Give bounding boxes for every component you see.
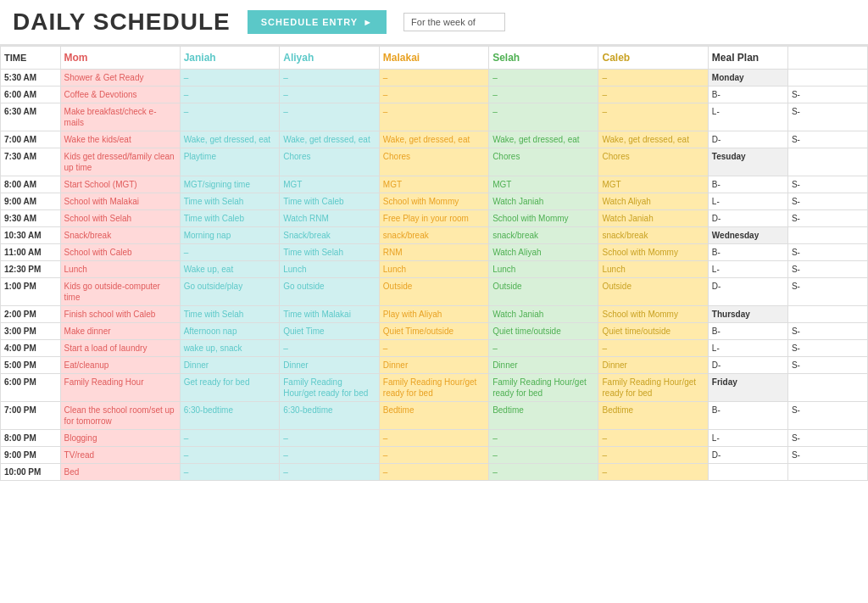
selah-cell: – [489, 447, 598, 464]
aliyah-cell: Snack/break [280, 227, 380, 244]
janiah-cell: wake up, snack [180, 340, 280, 357]
page-header: DAILY SCHEDULE SCHEDULE ENTRY ► For the … [0, 0, 868, 46]
mom-cell: Snack/break [60, 227, 180, 244]
malakai-cell: Wake, get dressed, eat [379, 131, 488, 148]
meal-cell: B- [708, 87, 787, 103]
col-header-time: TIME [1, 47, 61, 70]
extra-cell [787, 306, 867, 323]
aliyah-cell: MGT [280, 176, 380, 193]
malakai-cell: School with Mommy [379, 193, 488, 210]
aliyah-cell: Dinner [280, 357, 380, 374]
mom-cell: Finish school with Caleb [60, 306, 180, 323]
malakai-cell: Free Play in your room [379, 210, 488, 227]
table-row: 9:30 AMSchool with SelahTime with CalebW… [1, 210, 868, 227]
table-row: 10:30 AMSnack/breakMorning napSnack/brea… [1, 227, 868, 244]
aliyah-cell: Time with Caleb [280, 193, 380, 210]
time-cell: 5:00 PM [1, 357, 61, 374]
meal-cell: Thursday [708, 306, 787, 323]
mom-cell: Eat/cleanup [60, 357, 180, 374]
mom-cell: Family Reading Hour [60, 374, 180, 402]
aliyah-cell: Chores [280, 148, 380, 176]
col-header-malakai: Malakai [379, 47, 488, 70]
caleb-cell: – [598, 87, 708, 103]
table-row: 8:00 PMBlogging–––––L-S- [1, 430, 868, 447]
mom-cell: Lunch [60, 261, 180, 278]
meal-cell: Tesuday [708, 148, 787, 176]
selah-cell: Dinner [489, 357, 598, 374]
extra-cell: S- [787, 210, 867, 227]
malakai-cell: – [379, 430, 488, 447]
malakai-cell: – [379, 70, 488, 87]
malakai-cell: – [379, 87, 488, 103]
selah-cell: – [489, 340, 598, 357]
meal-cell: Wednesday [708, 227, 787, 244]
janiah-cell: – [180, 447, 280, 464]
extra-cell: S- [787, 176, 867, 193]
time-cell: 10:30 AM [1, 227, 61, 244]
table-header-row: TIME Mom Janiah Aliyah Malakai Selah Cal… [1, 47, 868, 70]
table-row: 8:00 AMStart School (MGT)MGT/signing tim… [1, 176, 868, 193]
malakai-cell: Dinner [379, 357, 488, 374]
selah-cell: Wake, get dressed, eat [489, 131, 598, 148]
extra-cell [787, 374, 867, 402]
meal-cell: Monday [708, 70, 787, 87]
mom-cell: Wake the kids/eat [60, 131, 180, 148]
mom-cell: School with Caleb [60, 244, 180, 261]
mom-cell: Blogging [60, 430, 180, 447]
col-header-janiah: Janiah [180, 47, 280, 70]
schedule-entry-button[interactable]: SCHEDULE ENTRY ► [248, 10, 387, 34]
selah-cell: snack/break [489, 227, 598, 244]
table-row: 1:00 PMKids go outside-computer timeGo o… [1, 278, 868, 306]
extra-cell: S- [787, 244, 867, 261]
caleb-cell: Bedtime [598, 402, 708, 430]
mom-cell: Kids go outside-computer time [60, 278, 180, 306]
malakai-cell: Lunch [379, 261, 488, 278]
selah-cell: – [489, 464, 598, 481]
caleb-cell: Dinner [598, 357, 708, 374]
caleb-cell: Lunch [598, 261, 708, 278]
janiah-cell: 6:30-bedtime [180, 402, 280, 430]
meal-cell: B- [708, 323, 787, 340]
janiah-cell: Dinner [180, 357, 280, 374]
janiah-cell: Get ready for bed [180, 374, 280, 402]
table-row: 9:00 AMSchool with MalakaiTime with Sela… [1, 193, 868, 210]
janiah-cell: MGT/signing time [180, 176, 280, 193]
mom-cell: Kids get dressed/family clean up time [60, 148, 180, 176]
malakai-cell: Bedtime [379, 402, 488, 430]
table-row: 7:30 AMKids get dressed/family clean up … [1, 148, 868, 176]
table-row: 2:00 PMFinish school with CalebTime with… [1, 306, 868, 323]
selah-cell: Chores [489, 148, 598, 176]
caleb-cell: Watch Aliyah [598, 193, 708, 210]
selah-cell: – [489, 430, 598, 447]
janiah-cell: Afternoon nap [180, 323, 280, 340]
janiah-cell: – [180, 87, 280, 103]
extra-cell: S- [787, 193, 867, 210]
aliyah-cell: Family Reading Hour/get ready for bed [280, 374, 380, 402]
page-title: DAILY SCHEDULE [13, 8, 231, 36]
meal-cell: D- [708, 447, 787, 464]
table-row: 4:00 PMStart a load of laundrywake up, s… [1, 340, 868, 357]
janiah-cell: Wake up, eat [180, 261, 280, 278]
meal-cell: D- [708, 278, 787, 306]
table-row: 6:30 AMMake breakfast/check e-mails–––––… [1, 103, 868, 131]
time-cell: 7:00 PM [1, 402, 61, 430]
extra-cell: S- [787, 87, 867, 103]
extra-cell: S- [787, 261, 867, 278]
malakai-cell: Family Reading Hour/get ready for bed [379, 374, 488, 402]
extra-cell: S- [787, 447, 867, 464]
caleb-cell: – [598, 430, 708, 447]
time-cell: 7:30 AM [1, 148, 61, 176]
time-cell: 7:00 AM [1, 131, 61, 148]
extra-cell: S- [787, 430, 867, 447]
selah-cell: – [489, 70, 598, 87]
time-cell: 6:30 AM [1, 103, 61, 131]
extra-cell [787, 464, 867, 481]
meal-cell: L- [708, 103, 787, 131]
aliyah-cell: Time with Selah [280, 244, 380, 261]
col-header-aliyah: Aliyah [280, 47, 380, 70]
janiah-cell: – [180, 430, 280, 447]
col-header-caleb: Caleb [598, 47, 708, 70]
malakai-cell: Quiet Time/outside [379, 323, 488, 340]
schedule-table: TIME Mom Janiah Aliyah Malakai Selah Cal… [0, 46, 868, 481]
extra-cell: S- [787, 103, 867, 131]
